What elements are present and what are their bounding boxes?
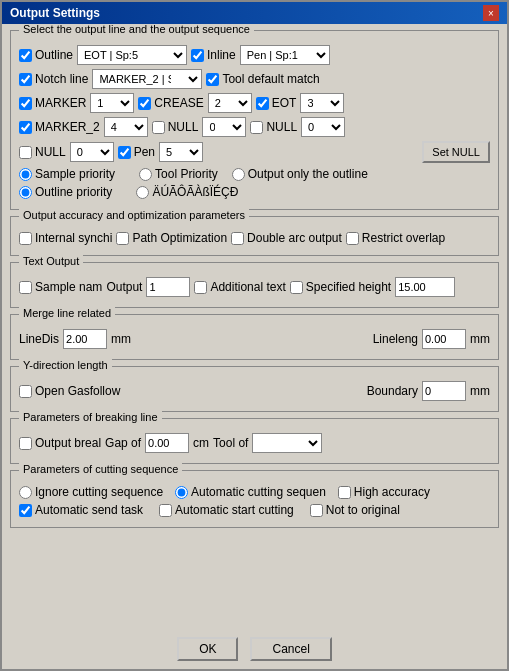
tool-priority-label[interactable]: Tool Priority: [139, 167, 218, 181]
output-text-label: Output: [106, 280, 142, 294]
outline-priority-text: Outline priority: [35, 185, 112, 199]
linedis-input[interactable]: [63, 329, 107, 349]
output-value-input[interactable]: [146, 277, 190, 297]
breaking-row: Output breal Gap of cm Tool of: [19, 433, 490, 453]
not-original-label[interactable]: Not to original: [310, 503, 400, 517]
null2-select[interactable]: 0: [301, 117, 345, 137]
auto-start-label[interactable]: Automatic start cutting: [159, 503, 294, 517]
outline-select[interactable]: EOT | Sp:5: [77, 45, 187, 65]
open-gas-check-label[interactable]: Open Gasfollow: [19, 384, 120, 398]
sample-priority-label[interactable]: Sample priority: [19, 167, 115, 181]
pen-check-label[interactable]: Pen: [118, 145, 155, 159]
sample-name-check-label[interactable]: Sample nam: [19, 280, 102, 294]
output-only-label[interactable]: Output only the outline: [232, 167, 368, 181]
eot-check-label[interactable]: EOT: [256, 96, 297, 110]
path-opt-checkbox[interactable]: [116, 232, 129, 245]
eot-checkbox[interactable]: [256, 97, 269, 110]
notch-check-label[interactable]: Notch line: [19, 72, 88, 86]
double-arc-label[interactable]: Double arc output: [231, 231, 342, 245]
marker-checkbox[interactable]: [19, 97, 32, 110]
boundary-input[interactable]: [422, 381, 466, 401]
gap-input[interactable]: [145, 433, 189, 453]
priority-row1: Sample priority Tool Priority Output onl…: [19, 167, 490, 181]
open-gas-checkbox[interactable]: [19, 385, 32, 398]
outline-check-label[interactable]: Outline: [19, 48, 73, 62]
null2-checkbox[interactable]: [250, 121, 263, 134]
marker2-checkbox[interactable]: [19, 121, 32, 134]
marker2-check-label[interactable]: MARKER_2: [19, 120, 100, 134]
output-break-check-label[interactable]: Output breal: [19, 436, 101, 450]
auto-send-label[interactable]: Automatic send task: [19, 503, 143, 517]
outline-priority-radio[interactable]: [19, 186, 32, 199]
inline-checkbox[interactable]: [191, 49, 204, 62]
lineleng-input[interactable]: [422, 329, 466, 349]
pen-select[interactable]: 5: [159, 142, 203, 162]
outline-checkbox[interactable]: [19, 49, 32, 62]
sample-priority-radio[interactable]: [19, 168, 32, 181]
output-break-text: Output breal: [35, 436, 101, 450]
breaking-label: Parameters of breaking line: [19, 411, 162, 423]
specified-height-label[interactable]: Specified height: [290, 280, 391, 294]
restrict-label[interactable]: Restrict overlap: [346, 231, 445, 245]
null3-text: NULL: [35, 145, 66, 159]
pen-checkbox[interactable]: [118, 146, 131, 159]
merge-line-group: Merge line related LineDis mm Lineleng m…: [10, 314, 499, 360]
not-original-text: Not to original: [326, 503, 400, 517]
tool-default-checkbox[interactable]: [206, 73, 219, 86]
null2-check-label[interactable]: NULL: [250, 120, 297, 134]
special-priority-label[interactable]: ÄÚÃÔÃÀßÏÉÇÐ: [136, 185, 238, 199]
tool-of-select[interactable]: [252, 433, 322, 453]
y-direction-row: Open Gasfollow Boundary mm: [19, 381, 490, 401]
internal-synchi-label[interactable]: Internal synchi: [19, 231, 112, 245]
inline-select[interactable]: Pen | Sp:1: [240, 45, 330, 65]
double-arc-checkbox[interactable]: [231, 232, 244, 245]
outline-priority-label[interactable]: Outline priority: [19, 185, 112, 199]
null3-check-label[interactable]: NULL: [19, 145, 66, 159]
null1-check-label[interactable]: NULL: [152, 120, 199, 134]
output-break-checkbox[interactable]: [19, 437, 32, 450]
cancel-button[interactable]: Cancel: [250, 637, 331, 661]
output-only-radio[interactable]: [232, 168, 245, 181]
path-opt-label[interactable]: Path Optimization: [116, 231, 227, 245]
high-acc-checkbox[interactable]: [338, 486, 351, 499]
specified-height-checkbox[interactable]: [290, 281, 303, 294]
marker-select[interactable]: 1: [90, 93, 134, 113]
ignore-cut-radio[interactable]: [19, 486, 32, 499]
ignore-cut-label[interactable]: Ignore cutting sequence: [19, 485, 163, 499]
specified-height-input[interactable]: [395, 277, 455, 297]
auto-start-checkbox[interactable]: [159, 504, 172, 517]
path-opt-text: Path Optimization: [132, 231, 227, 245]
automatic-cut-radio[interactable]: [175, 486, 188, 499]
not-original-checkbox[interactable]: [310, 504, 323, 517]
null1-checkbox[interactable]: [152, 121, 165, 134]
marker-check-label[interactable]: MARKER: [19, 96, 86, 110]
high-acc-label[interactable]: High accuracy: [338, 485, 430, 499]
notch-checkbox[interactable]: [19, 73, 32, 86]
tool-default-check-label[interactable]: Tool default match: [206, 72, 319, 86]
crease-check-label[interactable]: CREASE: [138, 96, 203, 110]
tool-priority-radio[interactable]: [139, 168, 152, 181]
notch-select[interactable]: MARKER_2 | Sp:5:: [92, 69, 202, 89]
internal-synchi-checkbox[interactable]: [19, 232, 32, 245]
additional-text-label[interactable]: Additional text: [194, 280, 285, 294]
null3-select[interactable]: 0: [70, 142, 114, 162]
crease-checkbox[interactable]: [138, 97, 151, 110]
eot-select[interactable]: 3: [300, 93, 344, 113]
additional-text-checkbox[interactable]: [194, 281, 207, 294]
auto-send-checkbox[interactable]: [19, 504, 32, 517]
restrict-checkbox[interactable]: [346, 232, 359, 245]
special-priority-radio[interactable]: [136, 186, 149, 199]
null3-checkbox[interactable]: [19, 146, 32, 159]
crease-text: CREASE: [154, 96, 203, 110]
inline-check-label[interactable]: Inline: [191, 48, 236, 62]
close-button[interactable]: ×: [483, 5, 499, 21]
ok-button[interactable]: OK: [177, 637, 238, 661]
sample-name-checkbox[interactable]: [19, 281, 32, 294]
gap-label: Gap of: [105, 436, 141, 450]
set-null-button[interactable]: Set NULL: [422, 141, 490, 163]
null1-select[interactable]: 0: [202, 117, 246, 137]
crease-select[interactable]: 2: [208, 93, 252, 113]
special-priority-text: ÄÚÃÔÃÀßÏÉÇÐ: [152, 185, 238, 199]
automatic-cut-label[interactable]: Automatic cutting sequen: [175, 485, 326, 499]
marker2-select[interactable]: 4: [104, 117, 148, 137]
